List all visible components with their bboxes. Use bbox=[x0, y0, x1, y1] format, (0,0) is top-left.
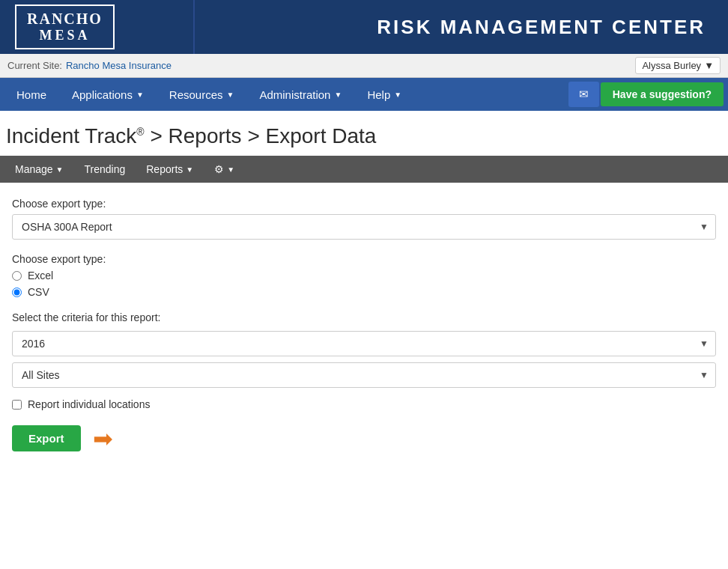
export-button[interactable]: Export bbox=[12, 425, 81, 451]
user-name: Alyssa Burley bbox=[642, 60, 701, 71]
sub-nav-trending-label: Trending bbox=[85, 163, 126, 175]
file-type-radio-group: Excel CSV bbox=[12, 270, 716, 298]
header: RANCHO MESA RISK MANAGEMENT CENTER bbox=[0, 0, 728, 54]
export-type-select[interactable]: OSHA 300A Report OSHA 300 Report OSHA 30… bbox=[12, 214, 716, 240]
nav-item-applications[interactable]: Applications ▼ bbox=[60, 81, 156, 109]
main-content: Choose export type: OSHA 300A Report OSH… bbox=[0, 183, 728, 466]
nav-help-caret-icon: ▼ bbox=[394, 91, 401, 99]
user-dropdown[interactable]: Alyssa Burley ▼ bbox=[635, 57, 721, 74]
export-type-select-wrapper: OSHA 300A Report OSHA 300 Report OSHA 30… bbox=[12, 214, 716, 240]
year-select[interactable]: 2016 2015 2014 2013 bbox=[12, 331, 716, 356]
nav-item-home[interactable]: Home bbox=[4, 81, 58, 109]
site-select-wrapper: All Sites Site A Site B bbox=[12, 362, 716, 388]
file-type-label: Choose export type: bbox=[12, 253, 716, 265]
individual-locations-checkbox[interactable] bbox=[12, 400, 22, 410]
section-name: Reports bbox=[169, 124, 242, 147]
file-type-section: Choose export type: Excel CSV bbox=[12, 253, 716, 298]
individual-locations-text: Report individual locations bbox=[28, 398, 150, 410]
site-title: RISK MANAGEMENT CENTER bbox=[377, 16, 706, 39]
nav-applications-caret-icon: ▼ bbox=[136, 91, 144, 99]
logo-area: RANCHO MESA bbox=[0, 0, 195, 54]
nav-administration-label: Administration bbox=[259, 88, 330, 101]
page-title: Incident Track® > Reports > Export Data bbox=[6, 124, 716, 148]
mail-icon: ✉ bbox=[579, 88, 589, 100]
radio-excel-label[interactable]: Excel bbox=[12, 270, 716, 282]
export-row: Export ➡ bbox=[12, 425, 716, 451]
sub-nav-manage[interactable]: Manage ▼ bbox=[4, 157, 74, 181]
arrow-right-icon: ➡ bbox=[93, 427, 113, 451]
suggestion-button[interactable]: Have a suggestion? bbox=[601, 82, 724, 106]
page-title-bar: Incident Track® > Reports > Export Data bbox=[0, 111, 728, 156]
logo-rancho: RANCHO bbox=[27, 10, 103, 28]
nav-help-label: Help bbox=[367, 88, 390, 101]
sub-nav-trending[interactable]: Trending bbox=[74, 157, 136, 181]
nav-item-resources[interactable]: Resources ▼ bbox=[157, 81, 246, 109]
radio-csv-label[interactable]: CSV bbox=[12, 286, 716, 298]
radio-excel[interactable] bbox=[12, 271, 22, 281]
site-select[interactable]: All Sites Site A Site B bbox=[12, 362, 716, 388]
nav-home-label: Home bbox=[16, 88, 46, 101]
radio-excel-text: Excel bbox=[28, 270, 53, 282]
navbar: Home Applications ▼ Resources ▼ Administ… bbox=[0, 78, 728, 111]
top-bar: Current Site: Rancho Mesa Insurance Alys… bbox=[0, 54, 728, 78]
criteria-selects: 2016 2015 2014 2013 All Sites Site A Sit… bbox=[12, 331, 716, 388]
page-name: Export Data bbox=[266, 124, 377, 147]
nav-administration-caret-icon: ▼ bbox=[334, 91, 342, 99]
sub-nav-manage-caret-icon: ▼ bbox=[56, 165, 64, 174]
sub-nav-manage-label: Manage bbox=[15, 163, 53, 175]
nav-applications-label: Applications bbox=[72, 88, 133, 101]
nav-item-administration[interactable]: Administration ▼ bbox=[247, 81, 354, 109]
sub-nav: Manage ▼ Trending Reports ▼ ⚙ ▼ bbox=[0, 156, 728, 183]
header-title-area: RISK MANAGEMENT CENTER bbox=[195, 0, 728, 54]
sub-nav-reports[interactable]: Reports ▼ bbox=[136, 157, 204, 181]
user-caret-icon: ▼ bbox=[704, 60, 714, 71]
sub-nav-reports-caret-icon: ▼ bbox=[186, 165, 193, 174]
sub-nav-reports-label: Reports bbox=[146, 163, 183, 175]
logo-box: RANCHO MESA bbox=[15, 4, 115, 49]
sub-nav-settings[interactable]: ⚙ ▼ bbox=[204, 157, 245, 181]
separator1: > bbox=[150, 124, 168, 147]
export-type-label: Choose export type: bbox=[12, 198, 716, 210]
radio-csv[interactable] bbox=[12, 287, 22, 297]
radio-csv-text: CSV bbox=[28, 286, 49, 298]
individual-locations-label[interactable]: Report individual locations bbox=[12, 398, 716, 410]
gear-icon: ⚙ bbox=[214, 163, 224, 175]
separator2: > bbox=[247, 124, 265, 147]
current-site-area: Current Site: Rancho Mesa Insurance bbox=[7, 60, 172, 71]
nav-item-help[interactable]: Help ▼ bbox=[355, 81, 413, 109]
nav-resources-caret-icon: ▼ bbox=[227, 91, 234, 99]
criteria-section: Select the criteria for this report: 201… bbox=[12, 311, 716, 410]
mail-button[interactable]: ✉ bbox=[568, 82, 599, 107]
app-name: Incident Track bbox=[6, 124, 136, 147]
year-select-wrapper: 2016 2015 2014 2013 bbox=[12, 331, 716, 356]
export-type-section: Choose export type: OSHA 300A Report OSH… bbox=[12, 198, 716, 240]
criteria-label: Select the criteria for this report: bbox=[12, 311, 716, 323]
sub-nav-settings-caret-icon: ▼ bbox=[227, 165, 234, 174]
nav-resources-label: Resources bbox=[169, 88, 223, 101]
registered-mark: ® bbox=[136, 126, 144, 138]
current-site-label: Current Site: bbox=[7, 60, 62, 71]
current-site-link[interactable]: Rancho Mesa Insurance bbox=[66, 60, 172, 71]
logo-mesa: MESA bbox=[39, 28, 90, 43]
